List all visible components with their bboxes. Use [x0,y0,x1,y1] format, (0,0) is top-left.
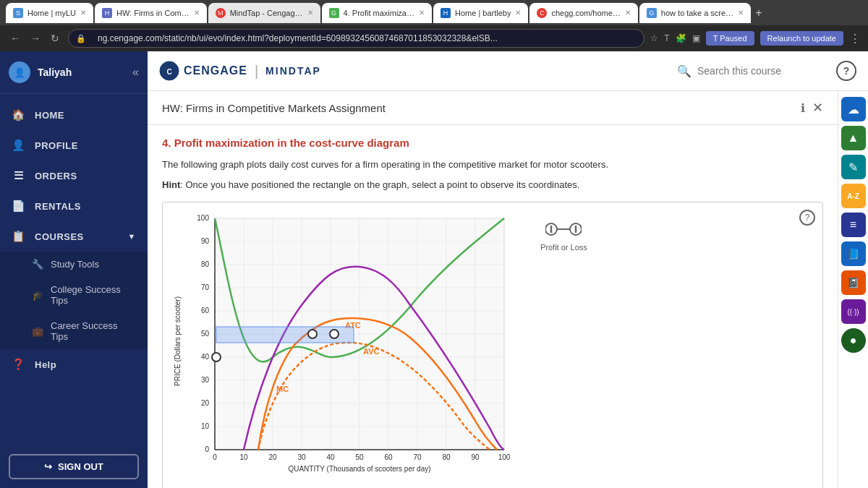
search-area: 🔍 [677,64,827,78]
svg-point-53 [308,330,317,338]
address-bar: ← → ↻ 🔒 ☆ T 🧩 ▣ T Paused Relaunch to upd… [0,25,868,51]
reload-button[interactable]: ↻ [48,31,62,46]
svg-text:100: 100 [498,453,511,461]
sidebar-item-courses[interactable]: 📋 COURSES ▼ [0,221,148,252]
svg-text:AVC: AVC [363,347,379,356]
sidebar: 👤 Taliyah « 🏠 HOME 👤 PROFILE ☰ ORDERS 📄 … [0,51,148,488]
assignment-header: HW: Firms in Competitive Markets Assignm… [148,91,838,125]
sidebar-item-help[interactable]: ❓ Help [0,349,148,380]
tab-close-4[interactable]: ✕ [419,9,425,17]
tab-3-active[interactable]: M MindTap - Cengag… ✕ [208,3,320,23]
sidebar-item-help-label: Help [35,359,56,370]
logo-product: MINDTAP [265,65,321,77]
az-dictionary-icon[interactable]: A-Z [841,184,866,208]
tab-close-5[interactable]: ✕ [515,9,521,17]
svg-text:90: 90 [201,237,210,245]
tab-6[interactable]: C chegg.com/home… ✕ [529,3,637,23]
addr-icons: ☆ T 🧩 ▣ [650,33,699,43]
svg-text:90: 90 [471,453,480,461]
back-button[interactable]: ← [7,31,23,46]
avatar: 👤 [9,61,30,83]
relaunch-button[interactable]: Relaunch to update [760,31,843,46]
cost-curve-chart: 0 10 20 30 40 50 60 70 80 90 [171,211,526,489]
chevron-down-icon: ▼ [128,232,136,241]
sidebar-item-profile[interactable]: 👤 PROFILE [0,130,148,160]
sidebar-toggle-icon[interactable]: ▣ [692,33,700,43]
tab-close-3[interactable]: ✕ [307,9,313,17]
sidebar-item-rentals[interactable]: 📄 RENTALS [0,191,148,221]
sidebar-item-college-success[interactable]: 🎓 College Success Tips [0,277,148,313]
paused-button[interactable]: T Paused [706,31,754,46]
browser-chrome: S Home | myLU ✕ H HW: Firms in Com… ✕ M … [0,0,868,25]
tab-1[interactable]: S Home | myLU ✕ [6,3,93,23]
circle-marker-icon[interactable]: ● [841,328,866,353]
logo-divider: | [255,63,258,80]
cengage-logo-icon: C [159,61,179,81]
svg-text:MC: MC [276,385,289,393]
tab-7[interactable]: G how to take a scre… ✕ [639,3,751,23]
svg-text:10: 10 [201,422,210,430]
courses-icon: 📋 [12,230,26,243]
orders-icon: ☰ [12,169,26,182]
assignment-panel: HW: Firms in Competitive Markets Assignm… [148,91,838,488]
tab-5[interactable]: H Home | bartleby ✕ [433,3,528,23]
hint-label: Hint [162,179,180,190]
cloud-drive-icon[interactable]: ☁ [841,97,866,121]
tab-close-7[interactable]: ✕ [738,9,744,17]
forward-button[interactable]: → [27,31,43,46]
sidebar-item-study-tools[interactable]: 🔧 Study Tools [0,252,148,277]
menu-icon[interactable]: ⋮ [849,32,861,46]
sidebar-item-orders[interactable]: ☰ ORDERS [0,160,148,191]
search-input[interactable] [697,65,827,77]
assignment-content: 4. Profit maximization in the cost-curve… [148,125,838,488]
sidebar-item-courses-label: COURSES [35,231,84,242]
sidebar-nav: 🏠 HOME 👤 PROFILE ☰ ORDERS 📄 RENTALS 📋 CO… [0,94,148,445]
section-title: 4. Profit maximization in the cost-curve… [162,137,823,149]
college-icon: 🎓 [32,290,43,301]
new-tab-button[interactable]: + [752,7,765,20]
svg-text:70: 70 [413,453,422,461]
chart-help-button[interactable]: ? [799,210,815,226]
star-icon[interactable]: ☆ [650,33,658,43]
info-icon[interactable]: ℹ [801,101,805,115]
tab-close-6[interactable]: ✕ [625,9,631,17]
tab-close-1[interactable]: ✕ [80,9,86,17]
svg-text:30: 30 [297,453,306,461]
career-icon: 💼 [32,326,43,337]
docs-icon[interactable]: ✎ [841,155,866,179]
address-input[interactable] [89,29,637,48]
sidebar-item-profile-label: PROFILE [35,140,78,151]
help-icon: ❓ [12,358,26,371]
svg-text:80: 80 [201,260,210,268]
google-drive-icon[interactable]: ▲ [841,126,866,150]
sidebar-collapse-button[interactable]: « [132,66,139,79]
svg-text:50: 50 [355,453,364,461]
profile-circle-icon[interactable]: T [664,33,669,43]
svg-text:QUANTITY (Thousands of scooter: QUANTITY (Thousands of scooters per day) [288,465,430,473]
sidebar-item-career-success[interactable]: 💼 Career Success Tips [0,313,148,349]
extensions-icon[interactable]: 🧩 [676,33,686,43]
sign-out-button[interactable]: ↪ SIGN OUT [9,454,139,479]
wifi-signal-icon[interactable]: ((·)) [841,299,866,324]
tab-4[interactable]: G 4. Profit maximiza… ✕ [322,3,432,23]
tab-2[interactable]: H HW: Firms in Com… ✕ [95,3,207,23]
sidebar-item-study-tools-label: Study Tools [51,259,99,270]
sidebar-item-home-label: HOME [35,110,64,121]
hint-content: : Once you have positioned the rectangle… [180,179,579,190]
notebook-icon[interactable]: 📓 [841,270,866,295]
svg-text:40: 40 [201,353,210,361]
main-content: C CENGAGE | MINDTAP 🔍 ? HW: Firms in Com… [148,51,868,488]
sidebar-item-career-success-label: Career Success Tips [51,320,136,342]
profit-loss-label: Profit or Loss [540,243,587,252]
right-panel: ☁ ▲ ✎ A-Z ≡ 📘 📓 ((·)) ● [838,91,868,488]
svg-text:40: 40 [326,453,335,461]
tab-close-2[interactable]: ✕ [194,9,200,17]
svg-text:60: 60 [201,307,210,314]
notes-list-icon[interactable]: ≡ [841,213,866,237]
book-icon[interactable]: 📘 [841,241,866,266]
close-icon[interactable]: ✕ [812,100,823,116]
help-button[interactable]: ? [836,61,856,81]
sidebar-item-college-success-label: College Success Tips [51,284,136,306]
sidebar-item-home[interactable]: 🏠 HOME [0,100,148,130]
avatar-icon: 👤 [14,67,25,78]
